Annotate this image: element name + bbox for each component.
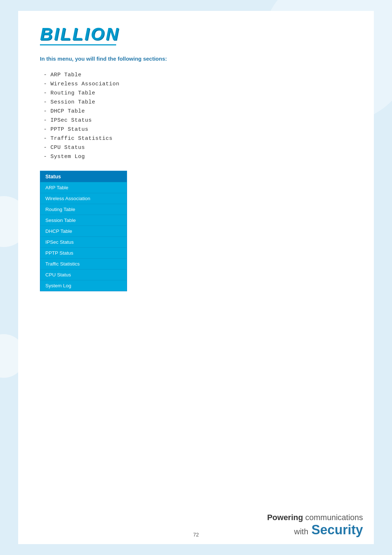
nav-menu-item[interactable]: DHCP Table bbox=[40, 226, 127, 237]
menu-list-item: - System Log bbox=[44, 154, 352, 160]
menu-list-item: - Session Table bbox=[44, 99, 352, 105]
brand-logo: BILLION bbox=[40, 25, 352, 43]
menu-list-item: - Traffic Statistics bbox=[44, 135, 352, 142]
menu-list-item: - Routing Table bbox=[44, 90, 352, 96]
menu-list-item: - IPSec Status bbox=[44, 117, 352, 123]
branding-security-text: Security bbox=[311, 522, 363, 537]
nav-menu-item[interactable]: PPTP Status bbox=[40, 248, 127, 259]
branding-security-line: with Security bbox=[267, 522, 363, 538]
nav-menu-item[interactable]: Wireless Association bbox=[40, 193, 127, 204]
nav-menu-item[interactable]: IPSec Status bbox=[40, 237, 127, 248]
intro-text: In this menu, you will find the followin… bbox=[40, 56, 352, 62]
nav-menu-item[interactable]: Session Table bbox=[40, 215, 127, 226]
nav-menu-item[interactable]: System Log bbox=[40, 280, 127, 291]
menu-list: - ARP Table- Wireless Association- Routi… bbox=[40, 72, 352, 160]
nav-menu-item[interactable]: Routing Table bbox=[40, 204, 127, 215]
menu-list-item: - PPTP Status bbox=[44, 126, 352, 133]
page-content: BILLION In this menu, you will find the … bbox=[18, 11, 374, 544]
branding-powering-rest: communications bbox=[305, 513, 363, 522]
menu-list-item: - DHCP Table bbox=[44, 108, 352, 114]
menu-list-item: - Wireless Association bbox=[44, 81, 352, 87]
logo-underline bbox=[40, 44, 116, 45]
branding-bottom: Powering communications with Security bbox=[267, 513, 363, 538]
nav-menu: StatusARP TableWireless AssociationRouti… bbox=[40, 171, 127, 291]
branding-powering-line: Powering communications bbox=[267, 513, 363, 522]
page-number: 72 bbox=[193, 532, 199, 538]
nav-menu-item[interactable]: Traffic Statistics bbox=[40, 259, 127, 270]
branding-powering-bold: Powering bbox=[267, 513, 303, 522]
branding-with-text: with bbox=[294, 527, 308, 536]
logo-area: BILLION bbox=[40, 25, 352, 45]
menu-list-item: - CPU Status bbox=[44, 145, 352, 151]
nav-menu-item[interactable]: ARP Table bbox=[40, 182, 127, 193]
menu-list-item: - ARP Table bbox=[44, 72, 352, 78]
nav-menu-header[interactable]: Status bbox=[40, 171, 127, 182]
nav-menu-item[interactable]: CPU Status bbox=[40, 270, 127, 280]
